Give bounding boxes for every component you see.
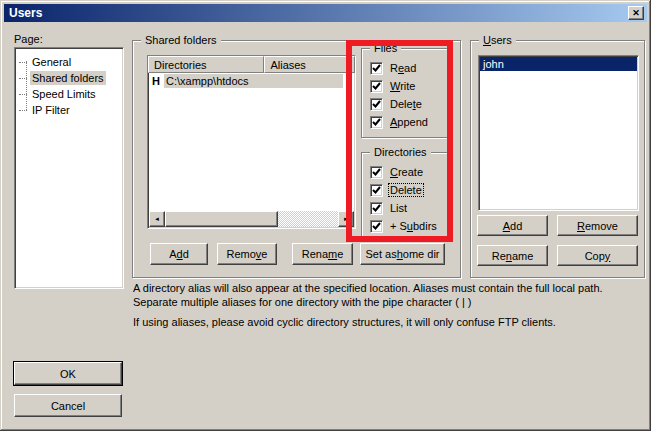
set-as-home-dir-button[interactable]: Set as home dir: [360, 243, 445, 265]
checkbox-box[interactable]: [370, 62, 383, 75]
user-item-john[interactable]: john: [480, 57, 637, 71]
users-group-label: Users: [479, 33, 516, 47]
scrollbar-track[interactable]: [278, 211, 338, 227]
checkbox-box[interactable]: [370, 184, 383, 197]
directory-row[interactable]: H C:\xampp\htdocs: [148, 73, 355, 89]
tree-item-ip-filter[interactable]: IP Filter: [15, 102, 123, 118]
user-remove-button[interactable]: Remove: [557, 215, 638, 236]
column-header-directories[interactable]: Directories: [148, 56, 264, 73]
checkbox-list[interactable]: List: [370, 199, 451, 217]
check-icon: [372, 168, 381, 177]
check-icon: [372, 222, 381, 231]
shared-folders-group-label: Shared folders: [141, 33, 221, 47]
checkbox-append[interactable]: Append: [370, 113, 451, 131]
directories-list[interactable]: Directories Aliases H C:\xampp\htdocs ◄ …: [147, 55, 356, 229]
alias-help-text: A directory alias will also appear at th…: [133, 281, 647, 335]
checkbox-subdirs[interactable]: + Subdirs: [370, 217, 451, 235]
tree-item-shared-folders[interactable]: Shared folders: [15, 70, 123, 86]
checkbox-create[interactable]: Create: [370, 163, 451, 181]
check-icon: [372, 64, 381, 73]
page-tree[interactable]: General Shared folders Speed Limits IP F…: [14, 47, 124, 289]
horizontal-scrollbar[interactable]: ◄ ►: [149, 211, 354, 227]
user-copy-button[interactable]: Copy: [557, 245, 638, 266]
close-button[interactable]: ✕: [628, 6, 644, 20]
checkbox-box[interactable]: [370, 80, 383, 93]
alias-help-paragraph-2: If using aliases, please avoid cyclic di…: [133, 315, 647, 329]
directories-permissions-group: Directories Create Delete List + Subdirs: [361, 152, 452, 240]
alias-help-paragraph-1: A directory alias will also appear at th…: [133, 281, 647, 309]
checkbox-file-delete[interactable]: Delete: [370, 95, 451, 113]
arrow-right-icon: ►: [343, 216, 349, 222]
directory-path: C:\xampp\htdocs: [164, 74, 343, 88]
ok-button[interactable]: OK: [14, 362, 122, 385]
home-dir-marker: H: [152, 75, 164, 87]
files-group-label: Files: [370, 41, 401, 55]
checkbox-box[interactable]: [370, 220, 383, 233]
tree-item-speed-limits[interactable]: Speed Limits: [15, 86, 123, 102]
directories-group-label: Directories: [370, 145, 431, 159]
checkbox-box[interactable]: [370, 116, 383, 129]
checkbox-box[interactable]: [370, 98, 383, 111]
check-icon: [372, 204, 381, 213]
check-icon: [372, 186, 381, 195]
user-rename-button[interactable]: Rename: [477, 245, 548, 266]
check-icon: [372, 100, 381, 109]
arrow-left-icon: ◄: [154, 216, 160, 222]
checkbox-box[interactable]: [370, 202, 383, 215]
shared-remove-button[interactable]: Remove: [217, 243, 277, 265]
titlebar[interactable]: Users ✕: [4, 4, 647, 22]
cancel-button[interactable]: Cancel: [14, 394, 122, 417]
shared-rename-button[interactable]: Rename: [292, 243, 353, 265]
checkbox-read[interactable]: Read: [370, 59, 451, 77]
users-group: Users john: [470, 40, 645, 278]
users-dialog: Users ✕ Page: General Shared folders Spe…: [0, 0, 651, 431]
scroll-right-button[interactable]: ►: [338, 211, 354, 227]
scroll-left-button[interactable]: ◄: [149, 211, 165, 227]
checkbox-box[interactable]: [370, 166, 383, 179]
page-label: Page:: [14, 33, 43, 45]
scrollbar-thumb[interactable]: [165, 211, 278, 227]
check-icon: [372, 82, 381, 91]
window-title: Users: [4, 6, 42, 20]
column-header-aliases[interactable]: Aliases: [264, 56, 348, 73]
checkbox-dir-delete[interactable]: Delete: [370, 181, 451, 199]
shared-add-button[interactable]: Add: [150, 243, 208, 265]
list-header: Directories Aliases: [148, 56, 355, 73]
user-add-button[interactable]: Add: [477, 215, 548, 236]
check-icon: [372, 118, 381, 127]
tree-item-general[interactable]: General: [15, 54, 123, 70]
column-header-filler: [348, 56, 355, 73]
users-list[interactable]: john: [478, 55, 639, 211]
checkbox-write[interactable]: Write: [370, 77, 451, 95]
files-permissions-group: Files Read Write Delete Append: [361, 48, 452, 138]
close-icon: ✕: [632, 9, 640, 18]
